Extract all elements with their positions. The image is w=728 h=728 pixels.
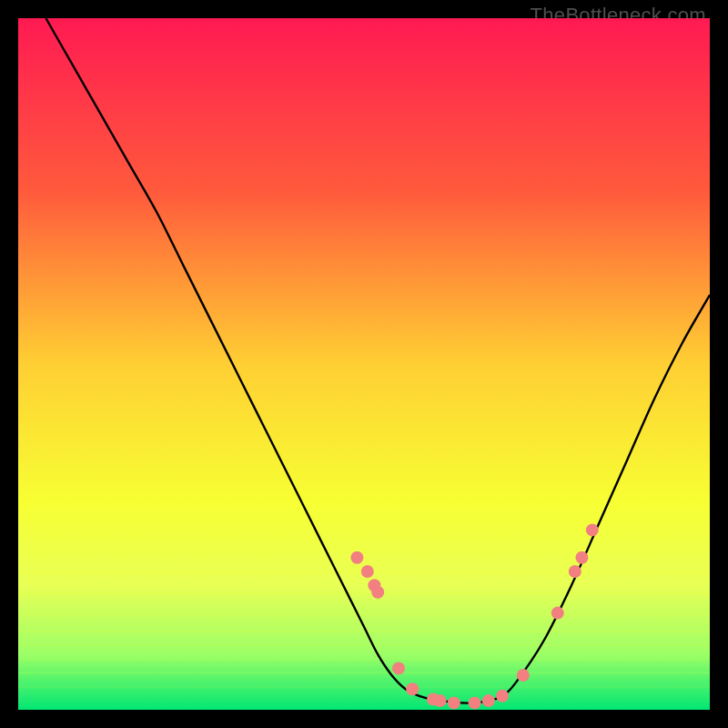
data-point [350, 551, 363, 564]
data-point [448, 696, 460, 709]
data-point [469, 696, 481, 709]
band-line [18, 631, 710, 632]
plot-frame [18, 18, 710, 710]
band-line [18, 644, 710, 646]
bottleneck-chart [18, 18, 710, 710]
band-line [18, 700, 710, 702]
data-point [392, 662, 405, 674]
data-point [434, 694, 447, 707]
data-point [551, 607, 564, 620]
band-line [18, 672, 710, 673]
band-line [18, 613, 710, 615]
data-point [371, 586, 384, 599]
data-point [496, 690, 509, 703]
data-point [517, 669, 530, 682]
band-line [18, 658, 710, 660]
gradient-background [18, 18, 710, 710]
data-point [406, 682, 419, 695]
band-line [18, 592, 710, 594]
data-point [586, 523, 599, 536]
data-point [569, 565, 581, 578]
data-point [482, 694, 495, 707]
band-line [18, 685, 710, 687]
data-point [575, 551, 588, 564]
data-point [361, 565, 374, 578]
